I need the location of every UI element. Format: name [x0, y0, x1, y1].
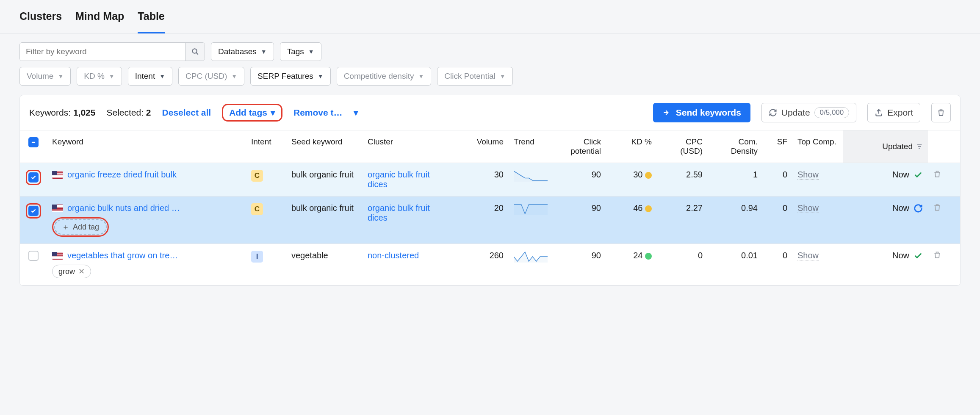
trash-icon [933, 203, 941, 212]
select-all-checkbox[interactable] [28, 137, 39, 147]
col-header-click[interactable]: Click potential [551, 130, 606, 163]
filter-kd[interactable]: KD %▼ [77, 67, 122, 86]
flag-icon [52, 205, 63, 212]
check-icon [914, 170, 923, 180]
export-button[interactable]: Export [867, 103, 920, 122]
cpc-value: 2.27 [657, 196, 708, 220]
filter-competitive[interactable]: Competitive density▼ [337, 67, 432, 86]
sf-value: 0 [763, 163, 792, 186]
filter-keyword-input[interactable] [20, 43, 185, 61]
deselect-all-button[interactable]: Deselect all [162, 108, 211, 118]
filter-volume[interactable]: Volume▼ [19, 67, 71, 86]
filter-intent[interactable]: Intent▼ [128, 67, 172, 86]
seed-keyword: bulk organic fruit [286, 196, 363, 220]
kd-indicator [645, 253, 652, 260]
trend-chart [509, 196, 551, 222]
row-checkbox[interactable] [28, 206, 39, 216]
add-tag-button[interactable]: ＋Add tag [54, 219, 107, 235]
add-tags-button[interactable]: Add tags ▾ [229, 108, 275, 118]
col-header-cluster[interactable]: Cluster [363, 130, 456, 163]
tab-mind-map[interactable]: Mind Map [75, 10, 124, 33]
cpc-value: 2.59 [657, 163, 708, 186]
delete-button[interactable] [931, 103, 951, 122]
more-menu[interactable]: ▾ [354, 108, 358, 118]
top-comp-show[interactable]: Show [797, 203, 819, 213]
top-comp-show[interactable]: Show [797, 170, 819, 180]
col-header-keyword[interactable]: Keyword [47, 130, 246, 163]
check-icon [914, 251, 923, 260]
tab-clusters[interactable]: Clusters [19, 10, 62, 33]
trash-icon [933, 251, 941, 259]
col-header-sf[interactable]: SF [763, 130, 792, 163]
col-header-kd[interactable]: KD % [606, 130, 657, 163]
chevron-down-icon: ▼ [58, 73, 64, 80]
chevron-down-icon: ▼ [318, 73, 324, 80]
update-button[interactable]: Update 0/5,000 [761, 103, 856, 122]
col-header-updated[interactable]: Updated [843, 130, 928, 163]
row-checkbox[interactable] [28, 172, 39, 183]
remove-button[interactable]: Remove t… [293, 108, 343, 118]
sf-value: 0 [763, 196, 792, 220]
send-icon [662, 108, 671, 117]
update-quota: 0/5,000 [814, 107, 850, 118]
chevron-down-icon: ▼ [261, 48, 267, 55]
cluster-link[interactable]: non-clustered [368, 251, 419, 260]
chevron-down-icon: ▼ [231, 73, 237, 80]
intent-badge: C [251, 203, 263, 215]
volume-value: 20 [456, 196, 509, 220]
col-header-volume[interactable]: Volume [456, 130, 509, 163]
col-header-trend[interactable]: Trend [509, 130, 551, 163]
filter-tags[interactable]: Tags▼ [280, 42, 321, 61]
export-icon [875, 108, 883, 117]
kd-value: 46 [606, 196, 657, 220]
top-comp-show[interactable]: Show [797, 251, 819, 260]
com-density-value: 0.01 [708, 244, 763, 267]
keyword-link[interactable]: organic bulk nuts and dried … [67, 203, 180, 213]
col-header-cpc[interactable]: CPC (USD) [657, 130, 708, 163]
table-row: vegetables that grow on tre…grow✕Ivegeta… [20, 244, 960, 285]
row-checkbox[interactable] [28, 251, 39, 261]
com-density-value: 1 [708, 163, 763, 186]
col-header-seed[interactable]: Seed keyword [286, 130, 363, 163]
row-delete-button[interactable] [933, 203, 948, 212]
cluster-link[interactable]: organic bulk fruit dices [368, 170, 430, 189]
svg-marker-5 [514, 252, 548, 263]
cluster-link[interactable]: organic bulk fruit dices [368, 203, 430, 222]
flag-icon [52, 171, 63, 179]
search-button[interactable] [185, 43, 205, 61]
click-potential-value: 90 [551, 163, 606, 186]
trend-chart [509, 244, 551, 269]
refresh-icon [769, 108, 777, 117]
col-header-top[interactable]: Top Comp. [792, 130, 843, 163]
row-delete-button[interactable] [933, 251, 948, 259]
col-header-intent[interactable]: Intent [246, 130, 286, 163]
chevron-down-icon: ▼ [109, 73, 115, 80]
chevron-down-icon: ▼ [418, 73, 424, 80]
row-delete-button[interactable] [933, 170, 948, 178]
keyword-link[interactable]: organic freeze dried fruit bulk [67, 170, 177, 180]
svg-line-1 [196, 53, 198, 55]
filter-serp[interactable]: SERP Features▼ [250, 67, 331, 86]
kd-indicator [645, 172, 652, 179]
svg-marker-4 [514, 205, 548, 215]
filter-databases[interactable]: Databases▼ [211, 42, 274, 61]
filter-cpc[interactable]: CPC (USD)▼ [178, 67, 244, 86]
filter-click-potential[interactable]: Click Potential▼ [437, 67, 512, 86]
com-density-value: 0.94 [708, 196, 763, 220]
trend-chart [509, 163, 551, 188]
kd-value: 30 [606, 163, 657, 186]
kd-indicator [645, 205, 652, 212]
sf-value: 0 [763, 244, 792, 267]
tab-table[interactable]: Table [138, 10, 164, 33]
table-row: organic bulk nuts and dried …＋Add tagCbu… [20, 196, 960, 244]
chevron-down-icon: ▼ [308, 48, 314, 55]
click-potential-value: 90 [551, 244, 606, 267]
selected-count: Selected: 2 [106, 108, 151, 118]
send-keywords-button[interactable]: Send keywords [653, 103, 750, 122]
tag-chip[interactable]: grow✕ [52, 265, 91, 278]
search-icon [191, 48, 199, 55]
keyword-link[interactable]: vegetables that grow on tre… [67, 251, 178, 260]
chevron-down-icon: ▼ [500, 73, 506, 80]
col-header-com[interactable]: Com. Density [708, 130, 763, 163]
remove-tag-icon[interactable]: ✕ [78, 267, 85, 276]
